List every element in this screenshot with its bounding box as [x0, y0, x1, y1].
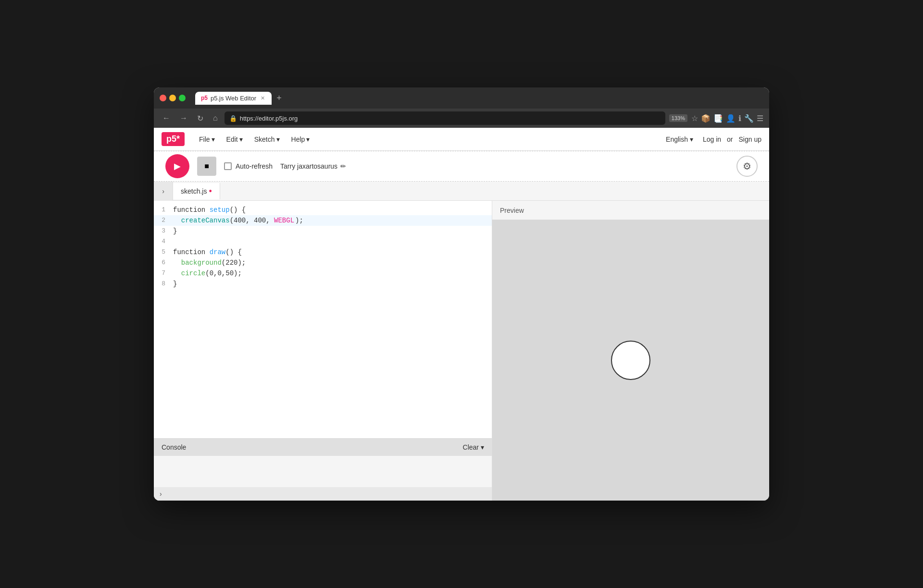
login-link[interactable]: Log in — [703, 135, 721, 143]
preview-canvas — [492, 220, 769, 501]
file-tab-name: sketch.js — [181, 187, 207, 195]
p5-logo: p5* — [162, 132, 185, 146]
profile-icon[interactable]: 👤 — [726, 114, 736, 123]
collapse-sidebar-button[interactable]: › — [154, 182, 173, 201]
line-content: } — [173, 226, 492, 236]
browser-window: p5 p5.js Web Editor ✕ + ← → ↻ ⌂ 🔒 https:… — [154, 87, 769, 501]
editor-preview-split: 1 function setup() { 2 createCanvas(400,… — [154, 201, 769, 501]
new-tab-button[interactable]: + — [274, 92, 285, 104]
play-button[interactable]: ▶ — [165, 154, 189, 178]
title-bar: p5 p5.js Web Editor ✕ + — [154, 87, 769, 109]
chevron-down-icon: ▾ — [306, 135, 310, 143]
line-content: createCanvas(400, 400, WEBGL); — [173, 215, 492, 226]
code-line-3: 3 } — [154, 226, 492, 236]
code-line-1: 1 function setup() { — [154, 205, 492, 215]
main-content: › sketch.js • 1 function setup() { — [154, 182, 769, 501]
or-text: or — [727, 135, 733, 143]
language-selector[interactable]: English ▾ — [666, 135, 693, 143]
menu-edit[interactable]: Edit ▾ — [222, 133, 248, 146]
back-button[interactable]: ← — [160, 112, 173, 124]
menu-sketch[interactable]: Sketch ▾ — [249, 133, 285, 146]
signup-link[interactable]: Sign up — [739, 135, 761, 143]
tab-bar: p5 p5.js Web Editor ✕ + — [195, 92, 285, 105]
url-text: https://editor.p5js.org — [240, 115, 298, 122]
line-content: function setup() { — [173, 205, 492, 215]
menu-file[interactable]: File ▾ — [194, 133, 220, 146]
code-editor[interactable]: 1 function setup() { 2 createCanvas(400,… — [154, 201, 492, 438]
container-icon[interactable]: 📦 — [701, 114, 711, 123]
console-title: Console — [162, 443, 186, 451]
info-icon[interactable]: ℹ — [738, 114, 741, 123]
edit-sketch-name-icon[interactable]: ✏ — [340, 162, 346, 170]
sketch-name: Tarry jaxartosaurus ✏ — [280, 162, 346, 170]
extension-icon[interactable]: 🔧 — [744, 114, 754, 123]
chevron-down-icon: ▾ — [276, 135, 280, 143]
address-bar[interactable]: 🔒 https://editor.p5js.org — [225, 111, 665, 125]
sketch-name-text: Tarry jaxartosaurus — [280, 162, 337, 170]
console-body — [154, 456, 492, 487]
menu-items: File ▾ Edit ▾ Sketch ▾ Help ▾ — [194, 133, 666, 146]
toolbar: ▶ ■ Auto-refresh Tarry jaxartosaurus ✏ ⚙ — [154, 151, 769, 182]
nav-bar: ← → ↻ ⌂ 🔒 https://editor.p5js.org 133% ☆… — [154, 109, 769, 128]
home-button[interactable]: ⌂ — [210, 112, 221, 124]
settings-button[interactable]: ⚙ — [736, 156, 758, 177]
clear-label: Clear — [463, 443, 479, 451]
sidebar-icon[interactable]: 📑 — [713, 114, 723, 123]
preview-label: Preview — [500, 207, 524, 214]
line-number: 4 — [154, 236, 173, 247]
auto-refresh-checkbox[interactable] — [224, 162, 232, 170]
bookmark-icon[interactable]: ☆ — [691, 114, 698, 123]
preview-header: Preview — [492, 201, 769, 220]
forward-button[interactable]: → — [177, 112, 190, 124]
menu-right: English ▾ Log in or Sign up — [666, 135, 761, 143]
maximize-button[interactable] — [179, 95, 186, 101]
chevron-down-icon: ▾ — [690, 135, 693, 143]
code-line-8: 8 } — [154, 279, 492, 289]
traffic-lights — [160, 95, 186, 101]
code-line-7: 7 circle(0,0,50); — [154, 268, 492, 279]
preview-panel: Preview — [492, 201, 769, 501]
minimize-button[interactable] — [169, 95, 176, 101]
line-content — [173, 236, 492, 247]
line-number: 3 — [154, 226, 173, 236]
line-number: 8 — [154, 279, 173, 289]
console-header: Console Clear ▾ — [154, 439, 492, 456]
console-expand-button[interactable]: › — [160, 490, 162, 498]
chevron-down-icon: ▾ — [212, 135, 215, 143]
app-container: p5* File ▾ Edit ▾ Sketch ▾ Help ▾ — [154, 128, 769, 501]
close-button[interactable] — [160, 95, 166, 101]
file-tab-sketch[interactable]: sketch.js • — [173, 183, 220, 199]
code-line-2: 2 createCanvas(400, 400, WEBGL); — [154, 215, 492, 226]
preview-svg — [539, 269, 722, 452]
menu-icon[interactable]: ☰ — [757, 114, 763, 123]
tab-favicon: p5 — [201, 95, 208, 101]
stop-button[interactable]: ■ — [197, 157, 216, 176]
console-clear-button[interactable]: Clear ▾ — [463, 443, 484, 451]
canvas-circle — [611, 341, 650, 380]
line-content: function draw() { — [173, 247, 492, 257]
console-footer: › — [154, 487, 492, 501]
zoom-badge: 133% — [669, 114, 687, 122]
menu-help[interactable]: Help ▾ — [287, 133, 315, 146]
line-number: 1 — [154, 205, 173, 215]
auto-refresh-label: Auto-refresh — [236, 162, 273, 170]
chevron-down-icon: ▾ — [481, 443, 484, 451]
file-tabs: › sketch.js • — [154, 182, 769, 201]
code-line-6: 6 background(220); — [154, 257, 492, 268]
refresh-button[interactable]: ↻ — [194, 112, 206, 125]
code-line-4: 4 — [154, 236, 492, 247]
line-number: 2 — [154, 215, 173, 226]
tab-title: p5.js Web Editor — [211, 95, 256, 102]
line-content: background(220); — [173, 257, 492, 268]
line-content: } — [173, 279, 492, 289]
chevron-down-icon: ▾ — [239, 135, 243, 143]
active-tab[interactable]: p5 p5.js Web Editor ✕ — [195, 92, 272, 105]
console-panel: Console Clear ▾ › — [154, 438, 492, 501]
lock-icon: 🔒 — [229, 115, 237, 122]
line-number: 6 — [154, 257, 173, 268]
line-number: 7 — [154, 268, 173, 279]
auto-refresh-control: Auto-refresh — [224, 162, 273, 170]
tab-close-button[interactable]: ✕ — [259, 95, 266, 101]
gear-icon: ⚙ — [743, 160, 751, 172]
nav-right-buttons: ☆ 📦 📑 👤 ℹ 🔧 ☰ — [691, 114, 763, 123]
